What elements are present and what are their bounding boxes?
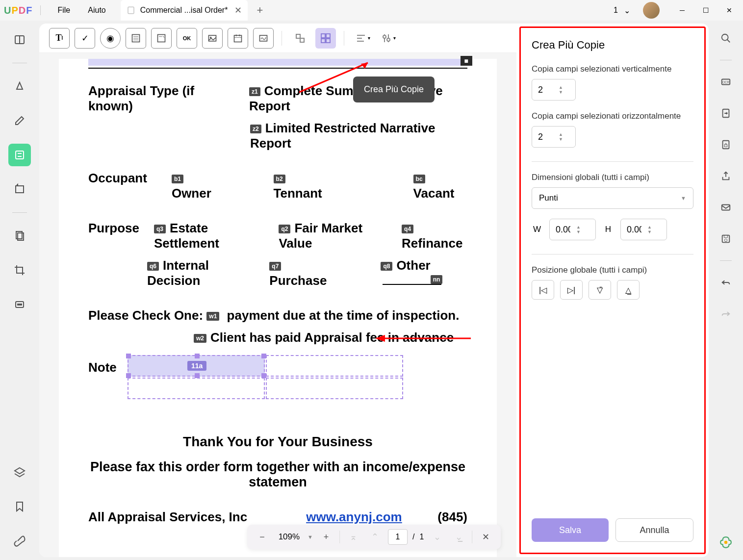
text-field-tool[interactable]: TI xyxy=(49,28,70,49)
menu-help[interactable]: Aiuto xyxy=(79,6,114,15)
date-tool[interactable] xyxy=(228,28,248,49)
svg-point-33 xyxy=(383,35,386,38)
field-b2[interactable]: b2 xyxy=(274,175,285,183)
close-nav-button[interactable]: ✕ xyxy=(477,529,494,545)
last-page-button[interactable]: ⌄̲ xyxy=(450,529,467,545)
height-input[interactable]: ▲▼ xyxy=(620,219,667,240)
purpose-label: Purpose xyxy=(88,221,139,251)
document-tab[interactable]: Commercial ...isal Order* ✕ xyxy=(121,0,248,21)
down-arrow-icon[interactable]: ▼ xyxy=(559,137,563,142)
close-button[interactable]: ✕ xyxy=(719,0,739,21)
main-area: TI ✓ ◉ OK ▾ ▾ Crea Più Copie xyxy=(39,24,709,557)
align-right-button[interactable]: ▷| xyxy=(560,280,583,300)
rail-reader-icon[interactable] xyxy=(8,28,31,51)
dropdown-tool[interactable] xyxy=(151,28,172,49)
zoom-in-button[interactable]: + xyxy=(318,529,334,545)
convert-icon[interactable] xyxy=(716,103,736,123)
width-label: W xyxy=(532,225,542,234)
workspace-number[interactable]: 1 xyxy=(614,6,618,15)
ai-icon[interactable] xyxy=(716,533,736,552)
rail-form-icon[interactable] xyxy=(8,144,31,166)
field-q4[interactable]: q4 xyxy=(402,225,413,233)
save-button[interactable]: Salva xyxy=(532,518,609,542)
document-viewport[interactable]: ■ Appraisal Type (if known) z1Complete S… xyxy=(39,53,516,557)
field-bc[interactable]: bc xyxy=(413,175,425,183)
field-w1[interactable]: w1 xyxy=(206,312,219,321)
single-copy-tool[interactable] xyxy=(290,28,310,49)
rail-redact-icon[interactable] xyxy=(8,293,31,316)
field-b1[interactable]: b1 xyxy=(172,175,183,183)
field-z2[interactable]: z2 xyxy=(250,125,261,133)
field-w2[interactable]: w2 xyxy=(194,334,206,343)
svg-point-50 xyxy=(724,541,728,544)
down-arrow-icon[interactable]: ▼ xyxy=(559,90,563,95)
field-q6[interactable]: q6 xyxy=(147,262,159,271)
zoom-dropdown-icon[interactable]: ▼ xyxy=(307,534,313,540)
new-tab-button[interactable]: + xyxy=(256,4,263,17)
field-q3[interactable]: q3 xyxy=(154,225,166,233)
redo-icon[interactable] xyxy=(716,304,736,324)
search-icon[interactable] xyxy=(716,28,736,48)
settings-tool[interactable]: ▾ xyxy=(378,28,398,49)
up-arrow-icon[interactable]: ▲ xyxy=(559,132,563,137)
rail-crop-icon[interactable] xyxy=(8,259,31,281)
align-top-button[interactable]: ▽̄ xyxy=(589,280,611,300)
chevron-down-icon[interactable]: ⌄ xyxy=(624,6,630,15)
protect-icon[interactable] xyxy=(716,135,736,154)
field-q2[interactable]: q2 xyxy=(279,225,290,233)
rail-highlight-icon[interactable] xyxy=(8,75,31,98)
cancel-button[interactable]: Annulla xyxy=(615,518,693,542)
multi-copy-tool[interactable] xyxy=(315,28,336,49)
width-input[interactable]: ▲▼ xyxy=(549,219,596,240)
checkbox-tool[interactable]: ✓ xyxy=(75,28,95,49)
rail-pages-icon[interactable] xyxy=(8,225,31,247)
maximize-button[interactable]: ☐ xyxy=(696,0,716,21)
first-page-button[interactable]: ⌅ xyxy=(345,529,361,545)
zoom-value[interactable]: 109% xyxy=(276,532,303,542)
button-tool[interactable]: OK xyxy=(177,28,197,49)
listbox-tool[interactable] xyxy=(126,28,146,49)
vertical-copy-input[interactable]: ▲▼ xyxy=(532,79,576,101)
rail-edit-icon[interactable] xyxy=(8,109,31,132)
tab-close-icon[interactable]: ✕ xyxy=(234,5,242,16)
save-icon[interactable] xyxy=(716,229,736,249)
email-icon[interactable] xyxy=(716,198,736,217)
page-input[interactable] xyxy=(388,529,408,545)
image-tool[interactable] xyxy=(202,28,223,49)
multi-copy-panel: Crea Più Copie Copia campi selezionati v… xyxy=(519,26,706,554)
horizontal-copy-input[interactable]: ▲▼ xyxy=(532,126,576,148)
prev-page-button[interactable]: ⌃ xyxy=(366,529,383,545)
align-bottom-button[interactable]: △̲ xyxy=(617,280,640,300)
svg-line-40 xyxy=(727,40,730,43)
field-label-11a: 11a xyxy=(187,361,206,371)
rail-bookmark-icon[interactable] xyxy=(8,495,31,518)
left-rail xyxy=(0,21,39,560)
minimize-button[interactable]: ─ xyxy=(672,0,692,21)
undo-icon[interactable] xyxy=(716,273,736,292)
next-page-button[interactable]: ⌄ xyxy=(429,529,445,545)
signature-tool[interactable] xyxy=(253,28,274,49)
field-nn[interactable]: nn xyxy=(431,275,443,284)
share-icon[interactable] xyxy=(716,166,736,186)
units-select[interactable]: Punti▼ xyxy=(532,187,693,209)
field-q7[interactable]: q7 xyxy=(269,262,281,271)
global-pos-label: Posizione globale (tutti i campi) xyxy=(532,265,693,275)
align-tool[interactable]: ▾ xyxy=(352,28,373,49)
rail-organize-icon[interactable] xyxy=(8,178,31,201)
document-page: ■ Appraisal Type (if known) z1Complete S… xyxy=(59,59,497,557)
rail-layers-icon[interactable] xyxy=(8,461,31,484)
company-url[interactable]: www.anynj.com xyxy=(306,509,402,525)
field-q8[interactable]: q8 xyxy=(381,262,392,271)
global-dims-label: Dimensioni globali (tutti i campi) xyxy=(532,173,693,182)
align-left-button[interactable]: |◁ xyxy=(532,280,554,300)
check-one-label: Please Check One: xyxy=(88,308,203,323)
up-arrow-icon[interactable]: ▲ xyxy=(559,85,563,90)
user-avatar[interactable] xyxy=(643,2,660,19)
ocr-icon[interactable]: OCR xyxy=(716,72,736,92)
field-z1[interactable]: z1 xyxy=(249,87,260,96)
radio-tool[interactable]: ◉ xyxy=(100,28,121,49)
rail-attachment-icon[interactable] xyxy=(8,530,31,552)
selected-field[interactable]: 11a xyxy=(128,355,265,377)
menu-file[interactable]: File xyxy=(49,6,79,15)
zoom-out-button[interactable]: − xyxy=(254,529,271,545)
